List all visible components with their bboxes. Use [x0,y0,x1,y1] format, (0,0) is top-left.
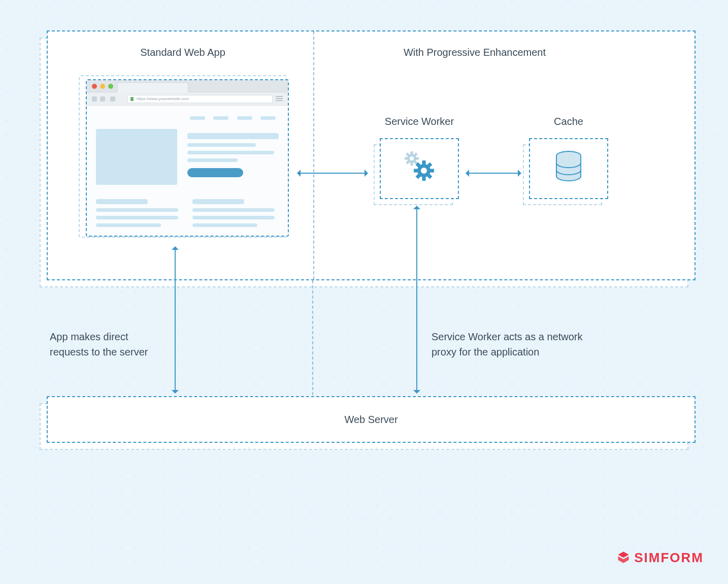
web-server-box: Web Server [47,396,696,443]
back-icon [92,96,97,102]
browser-tab [117,82,188,92]
caption-right: Service Worker acts as a network proxy f… [432,329,594,360]
web-server-label: Web Server [344,414,398,426]
hamburger-icon [276,96,283,102]
cache-label: Cache [528,116,609,127]
browser-page-skeleton [87,106,288,237]
service-worker-node [380,138,459,199]
reload-icon [110,96,115,102]
traffic-light-close-icon [92,84,97,89]
database-icon [554,151,583,186]
lock-icon [130,97,134,101]
right-column-title: With Progressive Enhancement [378,47,571,58]
arrow-browser-to-service-worker [300,173,366,174]
service-worker-label: Service Worker [369,116,470,127]
browser-address-bar: https://www.yourwebsite.com [87,92,288,106]
url-text: https://www.yourwebsite.com [137,96,189,101]
vertical-divider [313,31,314,279]
caption-left: App makes direct requests to the server [50,329,169,360]
browser-tabbar [87,80,288,92]
cache-node [529,138,608,199]
arrow-service-worker-to-cache [468,173,519,174]
left-column-title: Standard Web App [117,47,249,58]
traffic-light-minimize-icon [100,84,105,89]
brand-text: SIMFORM [634,550,704,566]
svg-point-5 [410,156,414,160]
simform-mark-icon [616,550,631,566]
svg-point-11 [421,168,427,174]
arrow-app-to-server [175,249,176,391]
traffic-light-maximize-icon [108,84,113,89]
arrow-service-worker-to-server [416,208,417,391]
gear-icon [402,151,437,186]
center-divider-extension [312,280,313,395]
forward-icon [100,96,105,102]
brand-logo: SIMFORM [616,550,704,566]
